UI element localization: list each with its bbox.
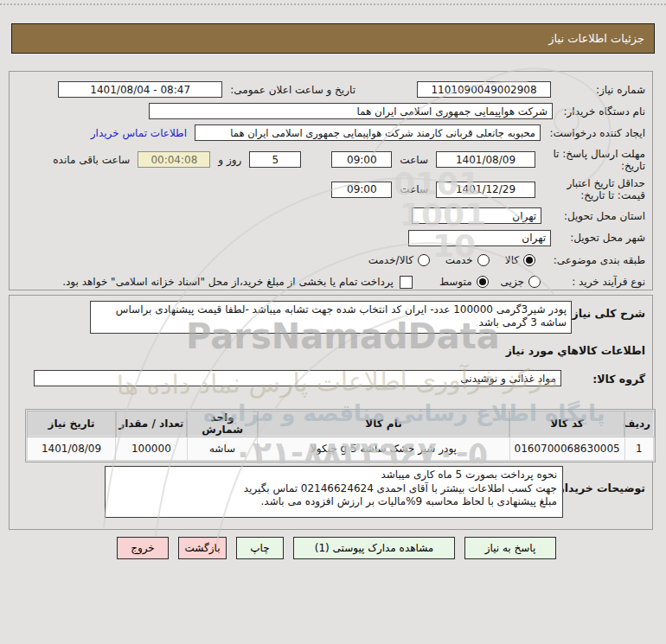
days-remaining-label: روز و — [218, 154, 241, 166]
buyer-notes-textarea[interactable]: نحوه پرداخت بصورت 5 ماه کاری میباشد جهت … — [105, 466, 563, 518]
need-description-textarea[interactable]: پودر شیر3گرمی 100000 عدد- ایران کد انتخا… — [90, 301, 572, 334]
goods-table-wrapper: ردیف کد کالا نام کالا واحد شمارش تعداد /… — [25, 409, 656, 462]
goods-table: ردیف کد کالا نام کالا واحد شمارش تعداد /… — [27, 411, 654, 461]
general-info-panel: شماره نیاز: 1101090049002908 تاریخ و ساع… — [9, 71, 653, 290]
col-need-date: تاریخ نیاز — [28, 411, 116, 437]
price-validity-time-label: ساعت — [400, 183, 428, 195]
radio-service-label: خدمت — [445, 254, 473, 266]
response-deadline-date-input[interactable]: 1401/08/09 — [436, 151, 535, 168]
response-deadline-time-input[interactable]: 09:00 — [331, 151, 392, 168]
top-dotted-divider — [0, 3, 666, 5]
cell-row-number: 1 — [624, 437, 653, 461]
radio-goods-label: کالا — [505, 254, 519, 266]
price-validity-row: حداقل تاریخ اعتبارقیمت: تا تاریخ: 1401/1… — [16, 176, 645, 203]
classification-label: طبقه بندی موضوعی: — [543, 254, 645, 266]
buyer-notes-line: نحوه پرداخت بصورت 5 ماه کاری میباشد — [111, 469, 557, 482]
buyer-notes-label: توضیحات خریدار: — [554, 481, 645, 494]
back-button[interactable]: بازگشت — [178, 537, 227, 559]
cell-goods-name: پودر شیر خشک ساشه 5 g چیکولا — [258, 437, 509, 461]
city-label: شهر محل تحویل: — [559, 232, 645, 244]
city-input[interactable]: تهران — [408, 230, 551, 246]
radio-goods[interactable] — [523, 254, 535, 266]
goods-table-row: 1 0160700068630005 پودر شیر خشک ساشه 5 g… — [28, 437, 654, 461]
countdown-label: ساعت باقی مانده — [53, 154, 130, 166]
response-deadline-time-label: ساعت — [400, 154, 428, 166]
price-validity-date-input[interactable]: 1401/12/29 — [436, 182, 535, 198]
radio-service[interactable] — [477, 254, 490, 266]
cell-quantity: 100000 — [116, 437, 188, 461]
respond-button[interactable]: پاسخ به نیاز — [464, 537, 556, 559]
goods-group-label: گروه کالا: — [592, 373, 645, 386]
city-row: شهر محل تحویل: تهران — [16, 229, 645, 245]
goods-group-input[interactable]: مواد غذائی و نوشیدنی — [34, 370, 561, 386]
buyer-notes-line: جهت کسب اطلاعات بیشتر با آقای احمدی 0214… — [111, 482, 557, 496]
action-buttons-row: پاسخ به نیاز مشاهده مدارک پیوستی (1) چاپ… — [0, 537, 666, 559]
response-deadline-label: مهلت ارسال پاسخ: تاتاریخ: — [543, 148, 645, 172]
radio-medium[interactable] — [477, 276, 489, 288]
goods-section-header: اطلاعات کالاهاي مورد نیاز — [506, 344, 645, 357]
buyer-org-label: نام دستگاه خریدار: — [560, 105, 645, 118]
announce-datetime-input[interactable]: 1401/08/04 - 08:47 — [58, 81, 222, 98]
process-type-row: نوع فرآیند خرید : جزیی متوسط پرداخت تمام… — [16, 275, 645, 290]
col-quantity: تعداد / مقدار — [116, 411, 188, 437]
need-number-input[interactable]: 1101090049002908 — [417, 81, 551, 98]
col-goods-name: نام کالا — [258, 411, 509, 437]
page: { "page": { "title": "جزئیات اطلاعات نیا… — [0, 0, 666, 644]
province-input[interactable]: تهران — [412, 207, 541, 224]
radio-partial[interactable] — [528, 276, 541, 288]
radio-goods-service-label: کالا/خدمت — [368, 254, 413, 266]
cell-goods-code: 0160700068630005 — [509, 437, 624, 461]
print-button[interactable]: چاپ — [236, 537, 284, 559]
buyer-contact-link[interactable]: اطلاعات تماس خریدار — [91, 127, 187, 139]
goods-table-header-row: ردیف کد کالا نام کالا واحد شمارش تعداد /… — [28, 411, 654, 437]
countdown-timer: 00:04:08 — [138, 151, 210, 168]
col-count-unit: واحد شمارش — [187, 411, 258, 437]
cell-count-unit: ساشه — [187, 437, 258, 461]
col-row-number: ردیف — [624, 411, 653, 437]
treasury-checkbox-label: پرداخت تمام یا بخشی از مبلغ خرید،از محل … — [62, 276, 394, 288]
cell-need-date: 1401/08/09 — [28, 437, 116, 461]
classification-row: طبقه بندی موضوعی: کالا خدمت کالا/خدمت — [16, 254, 645, 267]
need-number-row: شماره نیاز: 1101090049002908 تاریخ و ساع… — [16, 81, 645, 98]
title-bar: جزئیات اطلاعات نیاز — [11, 23, 655, 54]
announce-datetime-label: تاریخ و ساعت اعلان عمومی: — [230, 84, 355, 96]
price-validity-time-input[interactable]: 09:00 — [331, 182, 392, 198]
province-row: استان محل تحویل: تهران — [16, 207, 645, 224]
buyer-org-row: نام دستگاه خریدار: شرکت هواپیمایی جمهوری… — [16, 103, 645, 119]
need-details-panel: شرح کلی نیاز: پودر شیر3گرمی 100000 عدد- … — [9, 295, 653, 530]
radio-partial-label: جزیی — [501, 276, 524, 288]
view-attachments-button[interactable]: مشاهده مدارک پیوستی (1) — [293, 537, 455, 559]
need-number-label: شماره نیاز: — [559, 84, 645, 96]
radio-medium-label: متوسط — [439, 276, 472, 288]
price-validity-label: حداقل تاریخ اعتبارقیمت: تا تاریخ: — [543, 177, 645, 201]
request-creator-label: ایجاد کننده درخواست: — [548, 127, 645, 139]
page-title: جزئیات اطلاعات نیاز — [548, 32, 644, 45]
col-goods-code: کد کالا — [509, 411, 624, 437]
request-creator-input[interactable]: محبوبه جانعلی قربانی کارمند شرکت هواپیما… — [195, 124, 541, 141]
treasury-checkbox[interactable] — [400, 276, 413, 289]
radio-goods-service[interactable] — [418, 254, 430, 266]
response-deadline-row: مهلت ارسال پاسخ: تاتاریخ: 1401/08/09 ساع… — [16, 146, 645, 173]
request-creator-row: ایجاد کننده درخواست: محبوبه جانعلی قربان… — [16, 124, 645, 141]
exit-button[interactable]: خروج — [117, 537, 169, 559]
process-type-label: نوع فرآیند خرید : — [548, 276, 645, 288]
province-label: استان محل تحویل: — [559, 210, 645, 222]
buyer-org-input[interactable]: شرکت هواپیمایی جمهوری اسلامی ایران هما — [149, 103, 553, 119]
days-remaining-input[interactable]: 5 — [249, 151, 301, 168]
need-description-label: شرح کلی نیاز: — [568, 307, 645, 320]
buyer-notes-line: مبلغ پیشنهادی با لحاظ محاسبه 9%مالیات بر… — [111, 495, 557, 509]
